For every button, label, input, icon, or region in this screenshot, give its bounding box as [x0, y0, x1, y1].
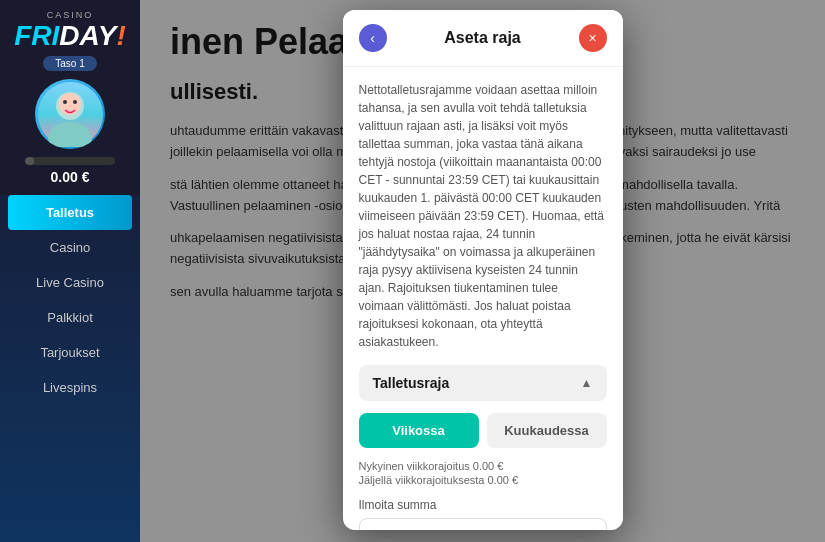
modal-description: Nettotalletusrajamme voidaan asettaa mil… — [359, 81, 607, 351]
nav-menu: Talletus Casino Live Casino Palkkiot Tar… — [0, 195, 140, 405]
modal-overlay: ‹ Aseta raja × Nettotalletusrajamme void… — [140, 0, 825, 542]
logo-area: CASINO FRIDAY! Taso 1 0.00 € — [0, 0, 140, 195]
taso-badge: Taso 1 — [43, 56, 96, 71]
svg-point-2 — [59, 93, 81, 115]
tab-viikossa[interactable]: Viikossa — [359, 413, 479, 448]
sidebar-item-casino[interactable]: Casino — [0, 230, 140, 265]
modal-dialog: ‹ Aseta raja × Nettotalletusrajamme void… — [343, 10, 623, 530]
sidebar-item-live-casino[interactable]: Live Casino — [0, 265, 140, 300]
avatar — [35, 79, 105, 149]
modal-title: Aseta raja — [444, 29, 521, 47]
modal-close-button[interactable]: × — [579, 24, 607, 52]
sidebar-item-talletus[interactable]: Talletus — [8, 195, 132, 230]
sidebar-item-palkkiot[interactable]: Palkkiot — [0, 300, 140, 335]
modal-header: ‹ Aseta raja × — [343, 10, 623, 67]
section-header-talletusraja[interactable]: Talletusraja ▲ — [359, 365, 607, 401]
main-content: inen Pelaaminen ullisesti. uhtaudumme er… — [140, 0, 825, 542]
avatar-image — [38, 82, 103, 147]
input-section-label: Ilmoita summa — [359, 498, 607, 512]
modal-back-button[interactable]: ‹ — [359, 24, 387, 52]
balance-display: 0.00 € — [51, 169, 90, 185]
logo-friday-text: FRIDAY! — [14, 22, 125, 50]
sidebar: CASINO FRIDAY! Taso 1 0.00 € — [0, 0, 140, 542]
tab-kuukaudessa[interactable]: Kuukaudessa — [487, 413, 607, 448]
xp-progress-bar — [25, 157, 115, 165]
logo-casino-text: CASINO — [47, 10, 94, 20]
section-title-talletusraja: Talletusraja — [373, 375, 450, 391]
amount-input[interactable] — [359, 518, 607, 530]
sidebar-item-livespins[interactable]: Livespins — [0, 370, 140, 405]
current-limit-text: Nykyinen viikkorajoitus 0.00 € — [359, 460, 607, 472]
modal-body: Nettotalletusrajamme voidaan asettaa mil… — [343, 67, 623, 530]
xp-progress-fill — [25, 157, 34, 165]
svg-point-4 — [73, 100, 77, 104]
amount-input-wrapper: € — [359, 518, 607, 530]
remaining-limit-text: Jäljellä viikkorajoituksesta 0.00 € — [359, 474, 607, 486]
svg-point-1 — [48, 122, 92, 147]
tab-group-period: Viikossa Kuukaudessa — [359, 413, 607, 448]
svg-point-3 — [63, 100, 67, 104]
chevron-up-icon: ▲ — [581, 376, 593, 390]
sidebar-item-tarjoukset[interactable]: Tarjoukset — [0, 335, 140, 370]
